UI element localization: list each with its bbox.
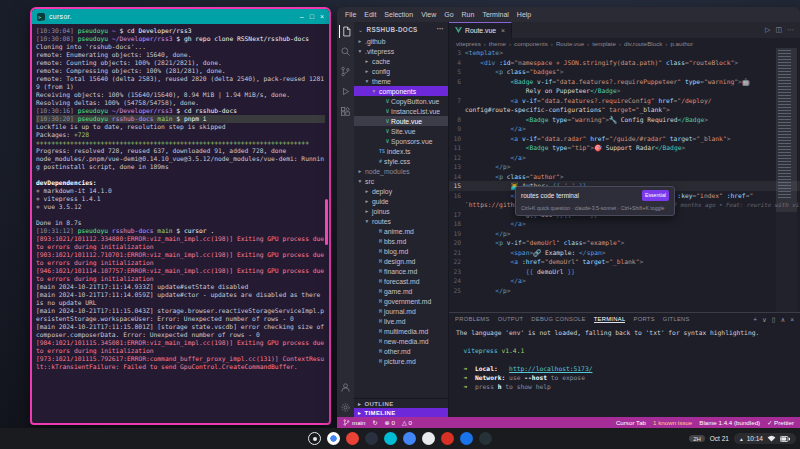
tree-item-index.ts[interactable]: TSindex.ts (354, 146, 448, 156)
menu-edit[interactable]: Edit (364, 11, 376, 18)
tree-item-new-media.md[interactable]: Mnew-media.md (354, 336, 448, 346)
maximize-panel-icon[interactable]: ∧ (780, 316, 785, 324)
panel-tab-problems[interactable]: PROBLEMS (455, 316, 490, 323)
terminal-close-button[interactable]: × (320, 13, 324, 20)
menu-run[interactable]: Run (462, 11, 475, 18)
tree-item-bbs.md[interactable]: Mbbs.md (354, 236, 448, 246)
code-line[interactable]: 25 </p> (449, 286, 800, 296)
breadcrumb-item[interactable]: components (514, 40, 548, 47)
activity-account[interactable] (339, 381, 352, 394)
cursor-ai-popup[interactable]: routes code terminal Essential Ctrl+K qu… (515, 186, 675, 216)
tree-item-live.md[interactable]: Mlive.md (354, 316, 448, 326)
code-line[interactable]: 21 <span>🔗 Example: </span> (449, 248, 800, 258)
code-line[interactable]: 8 <Badge type="warning">🔧 Config Require… (449, 115, 800, 125)
menu-terminal[interactable]: Terminal (482, 11, 508, 18)
tree-item-blog.md[interactable]: Mblog.md (354, 246, 448, 256)
code-line[interactable]: 3<template> (449, 48, 800, 58)
tree-item-joinus[interactable]: ▸joinus (354, 206, 448, 216)
code-line[interactable]: 5 <p class="badges"> (449, 67, 800, 77)
kill-terminal-icon[interactable]: ▯ (772, 316, 776, 324)
status-warn[interactable]: △ 0 (402, 419, 412, 426)
tree-item-cache[interactable]: ▸cache (354, 56, 448, 66)
shelf-app-terminal[interactable] (479, 432, 492, 445)
terminal-scrollbar[interactable] (325, 199, 328, 245)
code-line[interactable]: 12 </a> (449, 153, 800, 163)
tree-item-government.md[interactable]: Mgovernment.md (354, 296, 448, 306)
more-actions-icon[interactable]: ⋯ (787, 26, 794, 34)
tab-route-vue[interactable]: Route.vue × (449, 22, 512, 38)
tree-item-game.md[interactable]: Mgame.md (354, 286, 448, 296)
code-line[interactable]: 19 </p> (449, 229, 800, 239)
activity-search[interactable] (339, 45, 352, 58)
run-button[interactable]: ▷ (765, 26, 770, 34)
code-line[interactable]: 24 </a> (449, 276, 800, 286)
tree-item-journal.md[interactable]: Mjournal.md (354, 306, 448, 316)
status-blame-1-4-4-bundled-[interactable]: Blame 1.4.4 (bundled) (699, 419, 760, 426)
breadcrumb-item[interactable]: vitepress (456, 40, 481, 47)
terminal-minimize-button[interactable]: – (300, 13, 304, 20)
minimap-viewport[interactable] (776, 48, 797, 212)
status-1-known-issue[interactable]: 1 known issue (653, 419, 692, 426)
tab-close-icon[interactable]: × (501, 27, 505, 34)
panel-tab-output[interactable]: OUTPUT (498, 316, 524, 323)
status-sync[interactable]: ↻ (372, 419, 377, 426)
tree-item-anime.md[interactable]: Manime.md (354, 226, 448, 236)
panel-tab-terminal[interactable]: TERMINAL (594, 316, 626, 323)
sidebar-section-outline[interactable]: ▸OUTLINE (354, 399, 448, 408)
explorer-header[interactable]: ⌄ RSSHUB-DOCS ⋯ (354, 22, 448, 36)
activity-extensions[interactable] (339, 105, 352, 118)
close-panel-icon[interactable]: × (790, 316, 794, 324)
shelf-app-photos[interactable] (403, 432, 416, 445)
code-line[interactable]: 20 <p v-if="demoUrl" class="example"> (449, 238, 800, 248)
panel-tab-ports[interactable]: PORTS (633, 316, 654, 323)
minimap[interactable] (776, 48, 797, 312)
status-area-pill[interactable]: ▴ 10:14 (734, 433, 796, 444)
code-line[interactable]: 22 <a :href="demoUrl" target="_blank"> (449, 257, 800, 267)
explorer-more-icon[interactable]: ⋯ (437, 25, 444, 33)
panel-terminal-output[interactable]: The language 'env' is not loaded, fallin… (449, 326, 800, 417)
system-tray[interactable]: 2H Oct 21 ▴ 10:14 (689, 433, 796, 444)
code-line[interactable]: 18 </a> (449, 219, 800, 229)
tree-item-guide[interactable]: ▸guide (354, 196, 448, 206)
tree-item-InstanceList.vue[interactable]: VInstanceList.vue (354, 106, 448, 116)
tree-item-picture.md[interactable]: Mpicture.md (354, 356, 448, 366)
menu-go[interactable]: Go (444, 11, 453, 18)
terminal-maximize-button[interactable]: □ (310, 13, 314, 20)
code-line[interactable]: 7 <a v-if="data.features?.requireConfig"… (449, 96, 800, 106)
code-line[interactable]: config#route-specific-configurations" ta… (449, 105, 800, 115)
tree-item-theme[interactable]: ▾theme (354, 76, 448, 86)
shelf-app-docs[interactable] (460, 432, 473, 445)
menu-help[interactable]: Help (517, 11, 531, 18)
status-err[interactable]: ⊗ 0 (385, 419, 395, 426)
tree-item-Route.vue[interactable]: VRoute.vue (354, 116, 448, 126)
tree-item-multimedia.md[interactable]: Mmultimedia.md (354, 326, 448, 336)
menu-selection[interactable]: Selection (384, 11, 413, 18)
tree-item-.vitepress[interactable]: ▾.vitepress (354, 46, 448, 56)
split-editor-icon[interactable]: ◫ (775, 26, 782, 34)
tree-item-CopyButton.vue[interactable]: VCopyButton.vue (354, 96, 448, 106)
sidebar-section-timeline[interactable]: ▸TIMELINE (354, 408, 448, 417)
tree-item-Site.vue[interactable]: VSite.vue (354, 126, 448, 136)
tree-item-style.css[interactable]: #style.css (354, 156, 448, 166)
panel-tab-gitlens[interactable]: GITLENS (663, 316, 690, 323)
launcher-button[interactable] (308, 432, 321, 445)
code-line[interactable]: 13 </p> (449, 162, 800, 172)
breadcrumb-item[interactable]: p.author (670, 40, 693, 47)
tree-item-config[interactable]: ▸config (354, 66, 448, 76)
menu-view[interactable]: View (421, 11, 436, 18)
tree-item-components[interactable]: ▾components (354, 86, 448, 96)
panel-tab-debug-console[interactable]: DEBUG CONSOLE (531, 316, 585, 323)
terminal-output[interactable]: [10:30:04] pseudoyu ~ $ cd Developer/rss… (32, 24, 329, 423)
code-line[interactable]: 10 <a v-if="data.radar" href="/guide/#ra… (449, 134, 800, 144)
breadcrumb-item[interactable]: Route.vue (556, 40, 584, 47)
activity-explorer[interactable] (339, 25, 352, 38)
code-line[interactable]: 14 <p class="author"> (449, 172, 800, 182)
tree-item-routes[interactable]: ▾routes (354, 216, 448, 226)
tree-item-forecast.md[interactable]: Mforecast.md (354, 276, 448, 286)
shelf-app-chrome[interactable] (327, 432, 340, 445)
breadcrumb-item[interactable]: template (592, 40, 616, 47)
status--prettier[interactable]: ✓ Prettier (767, 419, 794, 426)
shelf-app-play-store[interactable] (422, 432, 435, 445)
code-line[interactable]: 9 </a> (449, 124, 800, 134)
code-line[interactable]: 23 {{ demoUrl }} (449, 267, 800, 277)
